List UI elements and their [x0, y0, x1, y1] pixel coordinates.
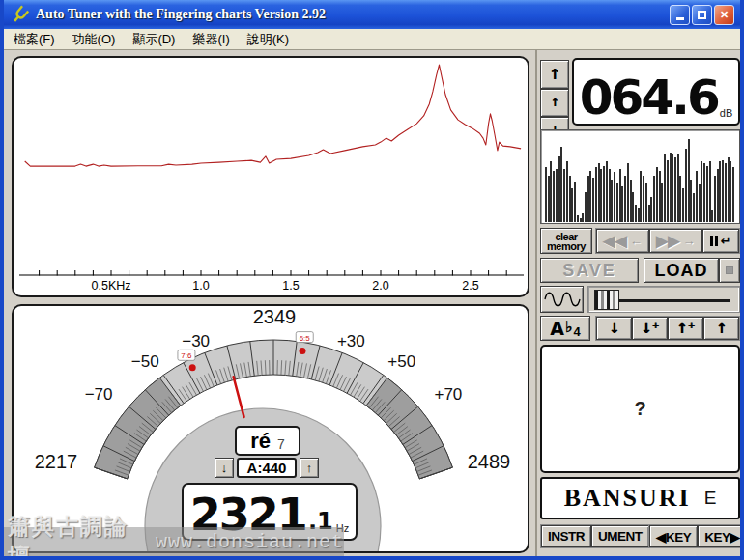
instrument-name: BANSURI — [564, 484, 691, 513]
menu-bar: 檔案(F) 功能(O) 顯示(D) 樂器(I) 說明(K) — [4, 29, 740, 50]
level-bar — [714, 176, 716, 222]
level-bar — [722, 160, 724, 222]
close-button[interactable]: ✕ — [714, 5, 734, 25]
level-history-graph — [540, 129, 740, 224]
left-column: 0.5KHz1.01.52.02.5 −30+30−50+50−70+70234… — [4, 50, 537, 556]
key-prev-button[interactable]: ◀KEY — [649, 525, 698, 547]
maximize-icon — [698, 11, 706, 19]
level-bar — [709, 161, 711, 222]
down-arrow-icon: ↓ — [221, 461, 228, 475]
flat-note-letter: A — [550, 318, 564, 339]
pitch-up-semitone-button[interactable]: ↑+ — [668, 317, 703, 340]
level-bar — [548, 176, 550, 222]
svg-text:1.5: 1.5 — [282, 279, 299, 293]
level-bar — [603, 166, 605, 222]
pause-button[interactable]: ↵ — [702, 229, 739, 253]
level-bar — [730, 161, 731, 222]
level-bar — [580, 218, 582, 222]
menu-display[interactable]: 顯示(D) — [132, 31, 175, 48]
flat-sign-icon: ♭ — [565, 318, 573, 336]
svg-text:7:6: 7:6 — [181, 351, 192, 360]
instrument-next-button[interactable]: UMENT — [591, 525, 649, 547]
level-bar — [693, 193, 695, 222]
svg-text:−50: −50 — [131, 352, 159, 371]
level-bar — [645, 183, 647, 222]
reference-pitch-value: A:440 — [237, 458, 297, 478]
clear-memory-button[interactable]: clear memory — [540, 228, 592, 254]
load-button[interactable]: LOAD — [644, 258, 719, 283]
level-bar — [592, 178, 594, 222]
rewind-button[interactable]: ◀◀ ← — [596, 229, 649, 253]
level-bar — [656, 167, 658, 222]
instrument-prev-button[interactable]: INSTR — [541, 525, 591, 547]
instrument-buttons: INSTR UMENT — [540, 524, 650, 548]
key-next-button[interactable]: KEY▶ — [698, 525, 744, 547]
level-bar — [635, 205, 637, 222]
right-column: ↑ ↑ ↓ ↓ 064.6 dB clear memory ◀◀ ← — [537, 50, 740, 556]
flat-notation-button[interactable]: A ♭ 4 — [540, 316, 590, 341]
level-bar — [582, 213, 584, 222]
level-bar — [621, 186, 623, 222]
minimize-button[interactable] — [670, 5, 690, 25]
level-bar — [609, 169, 611, 222]
spectrum-chart: 0.5KHz1.01.52.02.5 — [14, 58, 528, 295]
down-arrow-plus-icon: ↓ — [641, 321, 652, 336]
rewind-arrow-icon: ← — [630, 234, 643, 248]
slider-track — [617, 299, 730, 302]
level-bar — [600, 169, 602, 222]
maximize-button[interactable] — [692, 5, 712, 25]
svg-text:2.5: 2.5 — [462, 279, 478, 293]
level-bar — [667, 160, 669, 222]
svg-text:0.5KHz: 0.5KHz — [92, 279, 131, 293]
level-bar — [574, 182, 576, 222]
level-bar — [632, 192, 634, 222]
menu-function[interactable]: 功能(O) — [72, 31, 116, 48]
menu-instrument[interactable]: 樂器(I) — [192, 31, 229, 48]
plus-mark: + — [652, 321, 660, 330]
save-button[interactable]: SAVE — [540, 258, 639, 283]
pitch-down-button[interactable]: ↓ — [596, 317, 632, 340]
tone-generator-button[interactable] — [540, 286, 584, 313]
level-bar — [674, 157, 676, 222]
stop-button[interactable] — [719, 258, 740, 283]
pitch-down-semitone-button[interactable]: ↓+ — [632, 317, 668, 340]
svg-text:+70: +70 — [434, 385, 462, 404]
volume-slider[interactable] — [587, 286, 740, 313]
forward-button[interactable]: ▶▶ → — [649, 229, 702, 253]
level-bar — [627, 163, 629, 222]
main-content: 0.5KHz1.01.52.02.5 −30+30−50+50−70+70234… — [4, 50, 740, 556]
flat-octave: 4 — [574, 324, 581, 339]
level-bar — [566, 161, 568, 222]
title-bar: Auto Tuner with the Fingering charts Ver… — [4, 0, 740, 29]
menu-help[interactable]: 說明(K) — [247, 31, 289, 48]
level-bar — [679, 176, 681, 222]
pitch-up-button[interactable]: ↑ — [703, 317, 739, 340]
level-up-fast-button[interactable]: ↑ — [540, 60, 569, 89]
fingering-chart-area: ? — [540, 345, 740, 473]
level-bar — [728, 157, 730, 222]
svg-text:−70: −70 — [85, 385, 113, 404]
level-bar — [706, 166, 708, 222]
up-arrow-icon: ↑ — [306, 461, 313, 475]
svg-text:6:5: 6:5 — [300, 334, 311, 343]
tuner-gauge-panel: −30+30−50+50−70+702349221724897:66:5 ré … — [12, 304, 529, 553]
frequency-display: 2321 .1 Hz — [182, 483, 358, 541]
clear-memory-label-1: clear — [555, 232, 577, 241]
level-bar — [571, 188, 573, 222]
svg-text:1.0: 1.0 — [192, 279, 209, 293]
db-value: 064.6 — [580, 75, 718, 122]
reference-up-button[interactable]: ↑ — [300, 458, 319, 478]
instrument-key: E — [704, 488, 717, 509]
menu-file[interactable]: 檔案(F) — [14, 31, 55, 48]
rewind-icon: ◀◀ — [603, 232, 627, 250]
minimize-icon — [676, 17, 684, 20]
db-level-display: 064.6 dB — [572, 58, 740, 126]
double-up-arrow-icon: ↑ — [549, 66, 561, 83]
slider-handle[interactable] — [594, 290, 619, 310]
reference-down-button[interactable]: ↓ — [215, 458, 234, 478]
level-bar — [703, 163, 705, 222]
level-bar — [653, 176, 655, 222]
reference-pitch-row: ↓ A:440 ↑ — [215, 458, 319, 478]
level-up-button[interactable]: ↑ — [540, 89, 569, 118]
key-buttons: ◀KEY KEY▶ — [648, 524, 744, 548]
